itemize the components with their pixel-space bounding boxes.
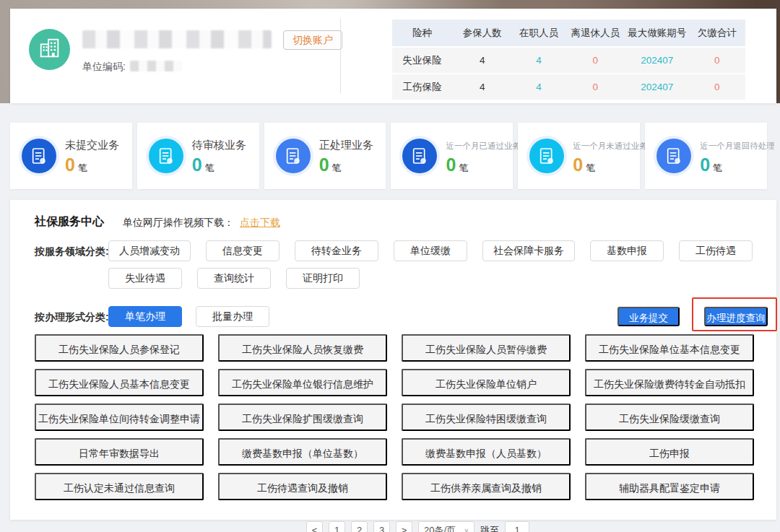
form-button-batch[interactable]: 批量办理 (196, 306, 269, 327)
biz-button[interactable]: 工伤认定未通过信息查询 (35, 473, 204, 500)
stat-value: 0 (446, 154, 456, 175)
domain-button-social-card[interactable]: 社会保障卡服务 (482, 240, 575, 261)
video-download-label: 单位网厅操作视频下载： (123, 217, 234, 230)
stat-label: 正处理业务 (319, 139, 373, 152)
col-header: 参保人数 (452, 27, 512, 40)
business-stat-cards: 未提交业务 0笔 待审核业务 0笔 正处理业务 0笔 近一个月已通过业务 0笔 … (10, 123, 767, 189)
next-page-button[interactable]: > (396, 521, 412, 532)
stat-value: 0 (192, 154, 202, 175)
stat-label: 未提交业务 (65, 139, 119, 152)
form-button-single[interactable]: 单笔办理 (108, 306, 182, 327)
stat-value: 0 (65, 154, 75, 175)
jump-to-label: 跳至 (480, 521, 499, 532)
cell-insured-count: 4 (452, 55, 512, 66)
business-submit-button[interactable]: 业务提交 (618, 307, 680, 326)
domain-button-personnel-change[interactable]: 人员增减变动 (108, 240, 191, 261)
domain-filter-label: 按服务领域分类: (35, 245, 109, 258)
progress-query-button[interactable]: 办理进度查询 (704, 307, 768, 326)
domain-button-base-declare[interactable]: 基数申报 (590, 240, 664, 261)
biz-button[interactable]: 工伤失业保险缓缴查询 (585, 404, 754, 431)
domain-button-cert-print[interactable]: 证明打印 (286, 268, 360, 289)
domain-button-injury-benefit[interactable]: 工伤待遇 (679, 240, 753, 261)
col-header: 在职人员 (512, 27, 565, 40)
biz-button[interactable]: 辅助器具配置鉴定申请 (585, 473, 754, 500)
page-size-select[interactable]: 20条/页 ∨ (418, 521, 474, 532)
form-type-buttons: 单笔办理 批量办理 (108, 306, 269, 327)
biz-button[interactable]: 工伤申报 (585, 438, 754, 466)
switch-account-button[interactable]: 切换账户 (283, 30, 342, 50)
account-summary-card: 切换账户 单位编码: 险种 参保人数 在职人员 离退休人员 最大做账期号 欠缴合… (10, 9, 776, 103)
stat-card-processing[interactable]: 正处理业务 0笔 (264, 123, 386, 189)
cell-retired-count: 0 (566, 82, 625, 92)
biz-button[interactable]: 工伤失业保险特困缓缴查询 (402, 404, 571, 431)
cell-max-period: 202407 (625, 55, 689, 66)
table-row: 工伤保险 4 4 0 202407 0 (392, 73, 745, 100)
cell-insurance-type: 失业保险 (392, 54, 452, 67)
page-button-2[interactable]: 2 (351, 521, 368, 532)
stat-card-unsubmitted[interactable]: 未提交业务 0笔 (10, 123, 132, 189)
video-download-link[interactable]: 点击下载 (240, 217, 280, 230)
domain-button-unemployment-benefit[interactable]: 失业待遇 (108, 268, 182, 289)
table-header-row: 险种 参保人数 在职人员 离退休人员 最大做账期号 欠缴合计 (392, 19, 745, 46)
biz-button[interactable]: 工伤失业保险扩围缓缴查询 (218, 404, 387, 431)
stat-card-passed-month[interactable]: 近一个月已通过业务 0笔 (391, 123, 513, 189)
domain-button-unit-deferral[interactable]: 单位缓缴 (394, 240, 467, 261)
stat-label: 近一个月已通过业务 (446, 141, 521, 152)
page-button-3[interactable]: 3 (373, 521, 390, 532)
document-icon (276, 139, 311, 173)
company-avatar (29, 29, 70, 70)
stat-value: 0 (573, 154, 583, 175)
stat-label: 待审核业务 (192, 139, 246, 152)
biz-button[interactable]: 缴费基数申报（单位基数） (218, 438, 387, 466)
biz-button[interactable]: 工伤待遇查询及撤销 (218, 473, 387, 500)
document-icon (402, 139, 437, 173)
document-icon (22, 139, 56, 173)
business-button-grid: 工伤失业保险人员参保登记 工伤失业保险人员恢复缴费 工伤失业保险人员暂停缴费 工… (35, 334, 754, 500)
building-icon (38, 36, 62, 64)
biz-button[interactable]: 工伤失业保险单位间待转金调整申请 (35, 404, 204, 431)
form-type-label: 按办理形式分类: (35, 311, 109, 324)
unit-code-label: 单位编码: (82, 61, 126, 72)
chevron-down-icon: ∨ (464, 522, 469, 532)
stat-unit: 笔 (459, 162, 468, 173)
stat-label: 近一个月未通过业务 (573, 141, 648, 152)
jump-page-input[interactable]: 1 (505, 521, 529, 532)
biz-button[interactable]: 工伤失业保险人员基本信息变更 (35, 369, 204, 396)
stat-card-pending-review[interactable]: 待审核业务 0笔 (137, 123, 259, 189)
page-button-1[interactable]: 1 (329, 521, 345, 532)
biz-button[interactable]: 工伤失业保险人员参保登记 (35, 334, 204, 362)
stat-unit: 笔 (713, 162, 722, 173)
document-icon (149, 139, 183, 173)
domain-button-info-change[interactable]: 信息变更 (206, 240, 280, 261)
domain-button-transfer-fund[interactable]: 待转金业务 (295, 240, 378, 261)
stat-card-returned-month[interactable]: 近一个月退回待处理 0笔 (645, 123, 767, 189)
stat-unit: 笔 (78, 162, 87, 173)
biz-button[interactable]: 工伤失业保险单位银行信息维护 (218, 369, 387, 396)
biz-button[interactable]: 工伤失业保险单位销户 (402, 369, 571, 396)
cell-retired-count: 0 (566, 55, 625, 66)
biz-button[interactable]: 工伤失业保险人员恢复缴费 (218, 334, 387, 362)
stat-value: 0 (319, 154, 329, 175)
domain-button-query-stats[interactable]: 查询统计 (197, 268, 271, 289)
table-row: 失业保险 4 4 0 202407 0 (392, 46, 745, 73)
prev-page-button[interactable]: < (306, 521, 323, 532)
biz-button[interactable]: 工伤供养亲属查询及撤销 (402, 473, 571, 500)
stat-unit: 笔 (205, 162, 214, 173)
cell-active-count: 4 (512, 55, 565, 66)
col-header: 险种 (392, 27, 452, 40)
document-icon (529, 139, 564, 173)
pagination: < 1 2 3 > 20条/页 ∨ 跳至 1 (306, 521, 529, 532)
domain-filter-buttons: 人员增减变动 信息变更 待转金业务 单位缓缴 社会保障卡服务 基数申报 工伤待遇… (108, 240, 757, 289)
stat-card-rejected-month[interactable]: 近一个月未通过业务 0笔 (518, 123, 640, 189)
stat-unit: 笔 (332, 162, 342, 173)
biz-button[interactable]: 缴费基数申报（人员基数） (402, 438, 571, 466)
biz-button[interactable]: 工伤失业保险单位基本信息变更 (585, 334, 754, 362)
insurance-summary-table: 险种 参保人数 在职人员 离退休人员 最大做账期号 欠缴合计 失业保险 4 4 … (392, 19, 745, 100)
col-header: 欠缴合计 (689, 27, 745, 40)
biz-button[interactable]: 工伤失业保险人员暂停缴费 (402, 334, 571, 362)
document-icon (656, 139, 691, 173)
biz-button[interactable]: 日常年审数据导出 (35, 438, 204, 466)
biz-button[interactable]: 工伤失业保险缴费待转金自动抵扣 (585, 369, 754, 396)
vertical-divider (340, 18, 341, 94)
company-name-redacted (82, 30, 272, 48)
